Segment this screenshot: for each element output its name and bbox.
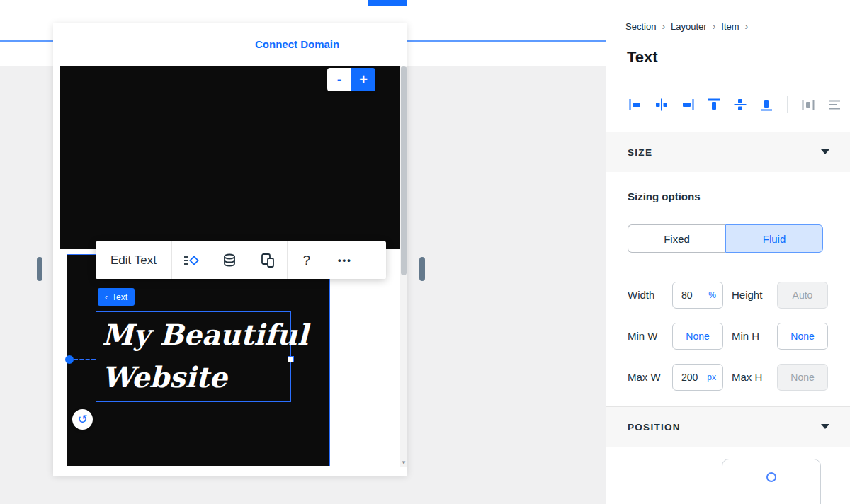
sizing-mode-fixed-button[interactable]: Fixed bbox=[628, 224, 725, 253]
distribute-horizontal-icon[interactable] bbox=[800, 97, 816, 113]
rotate-icon: ↺ bbox=[77, 412, 87, 427]
width-label: Width bbox=[628, 282, 654, 309]
align-left-icon[interactable] bbox=[628, 97, 643, 113]
sizing-options-label: Sizing options bbox=[628, 190, 701, 202]
connect-domain-link[interactable]: Connect Domain bbox=[255, 23, 339, 66]
chevron-down-icon bbox=[821, 149, 829, 155]
site-heading-line1: My Beautiful bbox=[102, 314, 308, 356]
spacing-lines-icon[interactable] bbox=[827, 97, 842, 113]
align-center-horizontal-icon[interactable] bbox=[654, 97, 669, 113]
database-icon bbox=[221, 252, 238, 269]
min-width-label: Min W bbox=[628, 323, 658, 350]
more-actions-button[interactable]: ••• bbox=[326, 241, 364, 279]
chevron-right-icon: › bbox=[745, 21, 749, 32]
chevron-down-icon bbox=[821, 424, 829, 430]
scrollbar-down-arrow-icon[interactable]: ▾ bbox=[400, 457, 407, 467]
edit-text-button[interactable]: Edit Text bbox=[96, 253, 171, 268]
duplicate-button[interactable] bbox=[249, 241, 287, 279]
badge-label: Text bbox=[112, 292, 128, 302]
panel-title: Text bbox=[627, 48, 658, 67]
width-unit-selector[interactable]: % bbox=[708, 282, 716, 308]
preview-scrollbar[interactable]: ▾ bbox=[400, 66, 407, 467]
rotate-handle[interactable]: ↺ bbox=[72, 409, 93, 430]
chevron-right-icon: › bbox=[713, 21, 716, 32]
width-input[interactable]: 80 % bbox=[672, 282, 723, 309]
align-right-icon[interactable] bbox=[680, 97, 696, 113]
alignment-toolbar bbox=[628, 96, 842, 113]
max-width-value: 200 bbox=[681, 365, 698, 390]
toolbar-divider bbox=[787, 96, 788, 113]
sizing-mode-fluid-button[interactable]: Fluid bbox=[725, 224, 823, 253]
max-width-unit-selector[interactable]: px bbox=[707, 365, 716, 390]
stretch-guide-dashed-line bbox=[74, 359, 96, 360]
element-edit-toolbar: Edit Text bbox=[96, 241, 386, 279]
size-section-label: SIZE bbox=[628, 147, 652, 158]
element-type-badge[interactable]: ‹ Text bbox=[98, 288, 135, 306]
duplicate-icon bbox=[259, 252, 276, 269]
zoom-control: - + bbox=[327, 68, 375, 91]
size-section-header[interactable]: SIZE bbox=[606, 132, 850, 172]
selected-section-edge-indicator bbox=[368, 0, 407, 6]
position-section-header[interactable]: POSITION bbox=[606, 406, 850, 447]
align-bottom-icon[interactable] bbox=[759, 97, 774, 113]
site-section-top[interactable] bbox=[60, 66, 400, 249]
animation-icon bbox=[183, 252, 200, 269]
zoom-out-button[interactable]: - bbox=[327, 68, 351, 91]
breadcrumb-item-item[interactable]: Item bbox=[721, 21, 739, 32]
zoom-in-button[interactable]: + bbox=[351, 68, 375, 91]
mobile-frame-header: Connect Domain bbox=[53, 23, 407, 66]
align-middle-vertical-icon[interactable] bbox=[732, 97, 748, 113]
position-anchor-widget bbox=[722, 459, 821, 504]
inspector-panel: Section › Layouter › Item › Text bbox=[606, 0, 850, 504]
min-height-input[interactable]: None bbox=[777, 323, 828, 350]
max-height-label: Max H bbox=[732, 364, 762, 391]
anchor-top-center-radio[interactable] bbox=[766, 472, 776, 482]
height-input-disabled: Auto bbox=[777, 282, 828, 309]
min-height-label: Min H bbox=[732, 323, 759, 350]
max-width-label: Max W bbox=[628, 364, 661, 391]
height-label: Height bbox=[732, 282, 762, 309]
width-value: 80 bbox=[681, 282, 693, 308]
breadcrumb-item-section[interactable]: Section bbox=[625, 21, 656, 32]
site-heading-line2: Website bbox=[102, 356, 308, 399]
resize-handle-right[interactable] bbox=[288, 356, 294, 362]
preview-scrollbar-thumb[interactable] bbox=[401, 66, 407, 275]
animation-button[interactable] bbox=[172, 241, 210, 279]
stretch-handle-left[interactable] bbox=[65, 355, 74, 364]
chevron-right-icon: › bbox=[662, 21, 665, 32]
frame-resize-handle-left[interactable] bbox=[37, 257, 42, 281]
editor-root: Connect Domain ▾ - + Edit Text bbox=[0, 0, 850, 504]
editor-canvas: Connect Domain ▾ - + Edit Text bbox=[0, 0, 606, 504]
breadcrumb: Section › Layouter › Item › bbox=[625, 21, 748, 32]
badge-back-chevron-icon: ‹ bbox=[105, 292, 108, 302]
align-top-icon[interactable] bbox=[706, 97, 722, 113]
selected-text-element[interactable]: My Beautiful Website bbox=[96, 311, 291, 402]
sizing-mode-toggle: Fixed Fluid bbox=[628, 224, 823, 253]
min-width-input[interactable]: None bbox=[672, 323, 723, 350]
breadcrumb-item-layouter[interactable]: Layouter bbox=[671, 21, 707, 32]
connect-data-button[interactable] bbox=[210, 241, 249, 279]
max-width-input[interactable]: 200 px bbox=[672, 364, 723, 391]
site-heading-text: My Beautiful Website bbox=[102, 314, 308, 399]
position-section-label: POSITION bbox=[628, 422, 681, 433]
frame-resize-handle-right[interactable] bbox=[419, 257, 425, 281]
help-button[interactable]: ? bbox=[288, 241, 326, 279]
max-height-input-disabled: None bbox=[777, 364, 828, 391]
